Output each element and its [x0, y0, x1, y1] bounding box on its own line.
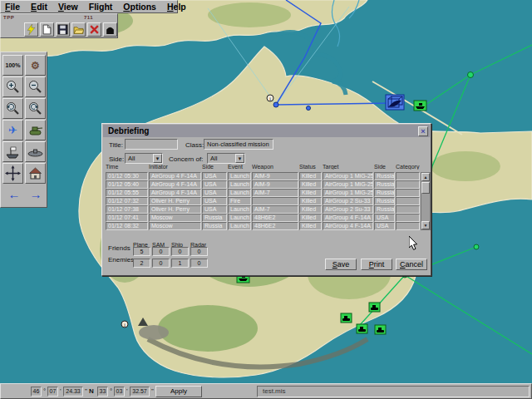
event-cell: 01/12 05:30 — [106, 172, 148, 180]
mission-file-name: test.mis — [257, 386, 530, 397]
event-row[interactable]: 01/12 07:41MoscowRussiaLaunch48H6E2Kille… — [106, 214, 420, 222]
lon-degrees: 33 — [97, 387, 108, 397]
event-cell: Killed — [299, 222, 322, 230]
add-ground-unit-button[interactable] — [25, 120, 46, 140]
forward-arrow-button[interactable]: → — [27, 187, 44, 201]
menu-edit[interactable]: Edit — [31, 2, 47, 12]
magnifier-redo-icon — [27, 100, 44, 117]
delete-button[interactable] — [87, 22, 101, 37]
event-row[interactable]: 01/12 05:30AirGroup 4 F-14AUSALaunchAIM-… — [106, 172, 420, 180]
menu-file[interactable]: File — [5, 2, 20, 12]
scroll-down-button[interactable]: ▼ — [421, 221, 430, 229]
event-row[interactable]: 01/12 08:32MoscowRussiaLaunch48H6E2Kille… — [106, 222, 420, 230]
apply-button[interactable]: Apply — [155, 386, 202, 397]
waypoint[interactable] — [307, 106, 311, 111]
event-cell: Killed — [299, 189, 322, 197]
aircraft-unit-icon[interactable] — [386, 95, 404, 110]
event-cell: AirGroup 2 Su-33 — [323, 205, 373, 214]
title-input[interactable] — [125, 139, 178, 150]
urban-area — [139, 325, 169, 340]
lat-degrees: 46 — [31, 387, 42, 397]
print-button[interactable]: Print — [361, 259, 392, 270]
new-mission-button[interactable] — [40, 22, 54, 37]
waypoint[interactable] — [273, 102, 278, 107]
fly-mission-button[interactable] — [24, 22, 38, 37]
airplane-icon: ✈ — [8, 124, 17, 136]
zoom-in-button[interactable] — [2, 76, 23, 97]
ground-unit-icon[interactable] — [341, 313, 352, 323]
lat-minutes: 07 — [47, 387, 58, 397]
ground-unit-icon[interactable] — [369, 303, 380, 312]
event-cell: AirGroup 1 MiG-25 — [323, 189, 373, 197]
event-cell — [396, 205, 420, 214]
event-cell: Fire — [228, 197, 251, 205]
event-cell — [252, 197, 298, 205]
event-cell: USA — [202, 172, 227, 180]
save-icon — [57, 24, 68, 35]
save-mission-button[interactable] — [56, 22, 70, 37]
class-input[interactable]: Non-classified mission — [204, 139, 273, 150]
chevron-down-icon[interactable]: ▼ — [153, 154, 162, 163]
event-row[interactable]: 01/12 05:40AirGroup 4 F-14AUSALaunchAIM-… — [106, 180, 420, 189]
scroll-up-button[interactable]: ▲ — [421, 173, 430, 181]
event-cell: Killed — [299, 197, 322, 205]
table-scrollbar[interactable]: ▲ ▼ — [421, 172, 431, 230]
event-cell: Russia — [374, 205, 395, 214]
open-mission-button[interactable] — [71, 22, 86, 37]
zoom-out-button[interactable] — [25, 76, 46, 97]
chevron-down-icon[interactable]: ▼ — [235, 154, 244, 163]
close-button[interactable]: × — [418, 126, 428, 136]
pan-tool-button[interactable] — [2, 163, 23, 184]
settings-button[interactable]: ⚙ — [25, 55, 46, 76]
scrollbar-thumb[interactable] — [421, 182, 430, 194]
column-header-event: Event — [228, 164, 251, 170]
back-arrow-button[interactable]: ← — [6, 187, 22, 201]
zoom-100-button[interactable]: 100% — [2, 55, 23, 76]
event-cell: AirGroup 4 F-14A — [323, 214, 373, 222]
lat-seconds: 24.33 — [63, 387, 83, 397]
hangar-button[interactable] — [103, 22, 117, 37]
zoom-prev-button[interactable] — [2, 98, 23, 119]
waypoint[interactable] — [474, 244, 479, 249]
event-table-body[interactable]: 01/12 05:30AirGroup 4 F-14AUSALaunchAIM-… — [106, 172, 420, 230]
column-header-weapon: Weapon — [252, 164, 298, 170]
column-header-status: Status — [299, 164, 322, 170]
event-cell: 01/12 07:41 — [106, 214, 148, 222]
waypoint[interactable] — [468, 72, 474, 78]
event-cell: USA — [202, 180, 227, 189]
toolbar: TPP 711 — [0, 13, 118, 38]
zoom-next-button[interactable] — [25, 98, 46, 119]
ground-unit-icon[interactable] — [357, 324, 367, 333]
event-cell — [396, 214, 420, 222]
event-cell: Killed — [299, 180, 322, 189]
add-submarine-button[interactable] — [25, 141, 46, 162]
menu-view[interactable]: View — [58, 2, 78, 12]
menu-help[interactable]: Help — [167, 2, 186, 12]
event-row[interactable]: 01/12 07:32Oliver H. PerryUSAFireKilledA… — [106, 197, 420, 205]
info-icon[interactable]: i — [267, 95, 273, 101]
menu-flight[interactable]: Flight — [89, 2, 113, 12]
add-aircraft-button[interactable]: ✈ — [2, 120, 23, 140]
ship-unit-icon[interactable] — [414, 101, 426, 111]
cancel-button[interactable]: Cancel — [396, 259, 427, 270]
ground-unit-icon[interactable] — [375, 325, 386, 334]
lat-hemisphere: N — [89, 387, 94, 395]
info-icon[interactable]: i — [121, 321, 128, 328]
side-dropdown[interactable]: All ▼ — [125, 153, 163, 164]
event-cell: Killed — [299, 205, 322, 214]
dialog-title-bar[interactable]: Debriefing × — [103, 125, 430, 137]
event-cell: Launch — [228, 214, 251, 222]
save-button[interactable]: Save — [325, 259, 357, 270]
concern-dropdown[interactable]: All ▼ — [207, 153, 245, 164]
event-cell: Russia — [374, 172, 395, 180]
event-cell: 01/12 05:55 — [106, 189, 148, 197]
event-row[interactable]: 01/12 07:38Oliver H. PerryUSALaunchAIM-7… — [106, 205, 420, 214]
menu-options[interactable]: Options — [123, 2, 156, 12]
add-building-button[interactable] — [25, 163, 46, 184]
concern-field-label: Concern of: — [169, 155, 203, 163]
gears-icon: ⚙ — [31, 60, 40, 71]
add-ship-button[interactable] — [2, 141, 23, 162]
event-row[interactable]: 01/12 05:55AirGroup 4 F-14AUSALaunchAIM-… — [106, 189, 420, 197]
zoom-in-icon — [4, 78, 22, 96]
column-header-side: Side — [202, 164, 227, 170]
